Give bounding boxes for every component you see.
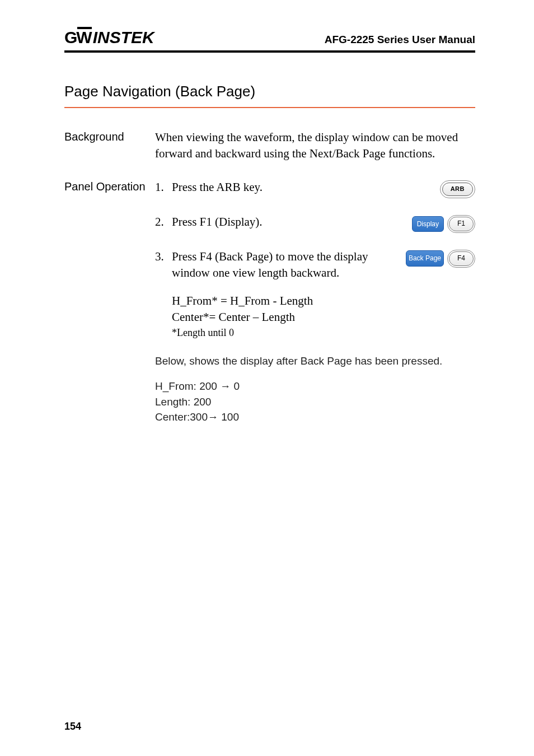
panel-label: Panel Operation	[64, 179, 155, 425]
page-number: 154	[64, 721, 81, 732]
formula-block: H_From* = H_From - Length Center*= Cente…	[172, 293, 475, 340]
doc-title: AFG-2225 Series User Manual	[325, 34, 475, 47]
below-text: Below, shows the display after Back Page…	[155, 353, 475, 369]
formula-note: *Length until 0	[172, 326, 475, 340]
result-line-2: Length: 200	[155, 394, 475, 410]
step-buttons: ARB	[440, 179, 475, 198]
result-block: H_From: 200 → 0 Length: 200 Center:300→ …	[155, 379, 475, 425]
step-buttons: Back Page F4	[406, 249, 475, 268]
step-text: Press F1 (Display).	[172, 214, 412, 230]
display-softkey-icon: Display	[412, 216, 444, 232]
arb-key-icon: ARB	[440, 180, 475, 198]
formula-line-2: Center*= Center – Length	[172, 309, 475, 325]
result-line-3: Center:300→ 100	[155, 409, 475, 425]
step-3: 3. Press F4 (Back Page) to move the disp…	[155, 249, 475, 282]
brand-logo: GWINSTEK	[64, 28, 154, 47]
step-text: Press the ARB key.	[172, 179, 440, 195]
background-label: Background	[64, 129, 155, 162]
section-title: Page Navigation (Back Page)	[64, 83, 475, 108]
step-number: 2.	[155, 214, 172, 230]
panel-row: Panel Operation 1. Press the ARB key. AR…	[64, 179, 475, 425]
result-line-1: H_From: 200 → 0	[155, 379, 475, 394]
formula-line-1: H_From* = H_From - Length	[172, 293, 475, 309]
f1-key-icon: F1	[447, 215, 475, 233]
step-number: 1.	[155, 179, 172, 195]
backpage-softkey-icon: Back Page	[406, 250, 444, 267]
step-buttons: Display F1	[412, 214, 475, 233]
step-number: 3.	[155, 249, 172, 265]
panel-body: 1. Press the ARB key. ARB 2. Press F1 (D…	[155, 179, 475, 425]
background-text: When viewing the waveform, the display w…	[155, 129, 475, 162]
step-1: 1. Press the ARB key. ARB	[155, 179, 475, 198]
step-text: Press F4 (Back Page) to move the display…	[172, 249, 406, 282]
f4-key-icon: F4	[447, 250, 475, 268]
step-2: 2. Press F1 (Display). Display F1	[155, 214, 475, 233]
background-row: Background When viewing the waveform, th…	[64, 129, 475, 162]
page-header: GWINSTEK AFG-2225 Series User Manual	[64, 28, 475, 53]
